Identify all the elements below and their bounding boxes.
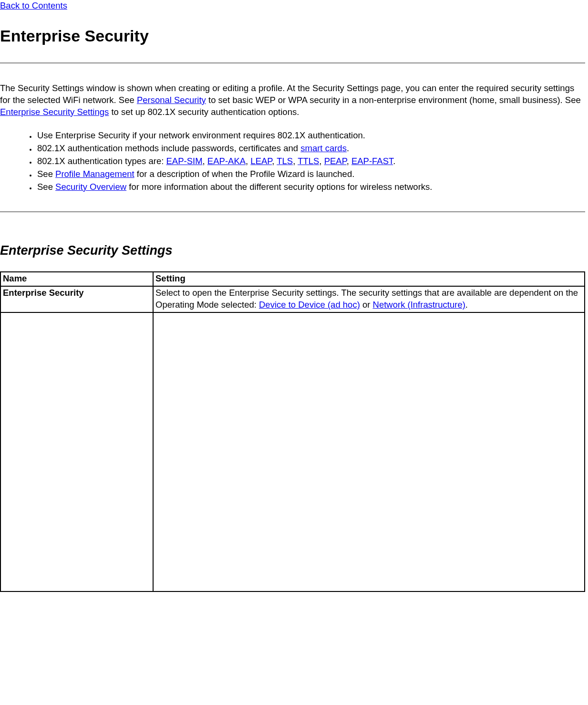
enterprise-security-settings-link[interactable]: Enterprise Security Settings: [0, 107, 109, 117]
ttls-link[interactable]: TTLS: [298, 156, 319, 166]
leap-link[interactable]: LEAP: [250, 156, 272, 166]
peap-link[interactable]: PEAP: [324, 156, 347, 166]
page-title: Enterprise Security: [0, 25, 585, 47]
list-text: for more information about the different…: [126, 182, 432, 192]
cell-text: or: [360, 300, 373, 310]
device-to-device-link[interactable]: Device to Device (ad hoc): [259, 300, 360, 310]
list-text: 802.1X authentication methods include pa…: [37, 143, 300, 153]
sep: ,: [272, 156, 277, 166]
smart-cards-link[interactable]: smart cards: [300, 143, 347, 153]
list-text: .: [393, 156, 395, 166]
list-text: .: [347, 143, 349, 153]
section-heading: Enterprise Security Settings: [0, 242, 585, 259]
profile-management-link[interactable]: Profile Management: [55, 169, 134, 179]
settings-table: Name Setting Enterprise Security Select …: [0, 271, 585, 592]
sep: ,: [347, 156, 351, 166]
eap-aka-link[interactable]: EAP-AKA: [207, 156, 246, 166]
table-cell-empty: [153, 312, 585, 591]
list-item: 802.1X authentication methods include pa…: [36, 143, 585, 155]
security-overview-link[interactable]: Security Overview: [55, 182, 126, 192]
divider: [0, 211, 585, 212]
table-row-empty: [0, 312, 585, 591]
table-row: Enterprise Security Select to open the E…: [0, 286, 585, 312]
back-to-contents-link[interactable]: Back to Contents: [0, 0, 67, 10]
table-header-row: Name Setting: [0, 272, 585, 286]
cell-text: .: [465, 300, 468, 310]
list-item: See Security Overview for more informati…: [36, 181, 585, 193]
table-cell-name: Enterprise Security: [0, 286, 153, 312]
table-cell-setting: Select to open the Enterprise Security s…: [153, 286, 585, 312]
list-text: See: [37, 182, 55, 192]
list-text: for a description of when the Profile Wi…: [134, 169, 355, 179]
sep: ,: [293, 156, 298, 166]
tls-link[interactable]: TLS: [277, 156, 293, 166]
table-cell-empty: [0, 312, 153, 591]
list-item: Use Enterprise Security if your network …: [36, 130, 585, 142]
sep: ,: [203, 156, 207, 166]
table-header-setting: Setting: [153, 272, 585, 286]
sep: ,: [319, 156, 324, 166]
divider: [0, 62, 585, 63]
intro-text: to set up 802.1X security authentication…: [109, 107, 299, 117]
list-item: 802.1X authentication types are: EAP-SIM…: [36, 156, 585, 167]
table-header-name: Name: [0, 272, 153, 286]
network-infrastructure-link[interactable]: Network (Infrastructure): [373, 300, 465, 310]
list-item: See Profile Management for a description…: [36, 168, 585, 180]
bullet-list: Use Enterprise Security if your network …: [0, 130, 585, 193]
intro-paragraph: The Security Settings window is shown wh…: [0, 83, 585, 118]
personal-security-link[interactable]: Personal Security: [137, 95, 206, 105]
eap-fast-link[interactable]: EAP-FAST: [351, 156, 393, 166]
eap-sim-link[interactable]: EAP-SIM: [166, 156, 203, 166]
list-text: See: [37, 169, 55, 179]
sep: ,: [246, 156, 250, 166]
list-text: 802.1X authentication types are:: [37, 156, 166, 166]
intro-text: to set basic WEP or WPA security in a no…: [206, 95, 581, 105]
